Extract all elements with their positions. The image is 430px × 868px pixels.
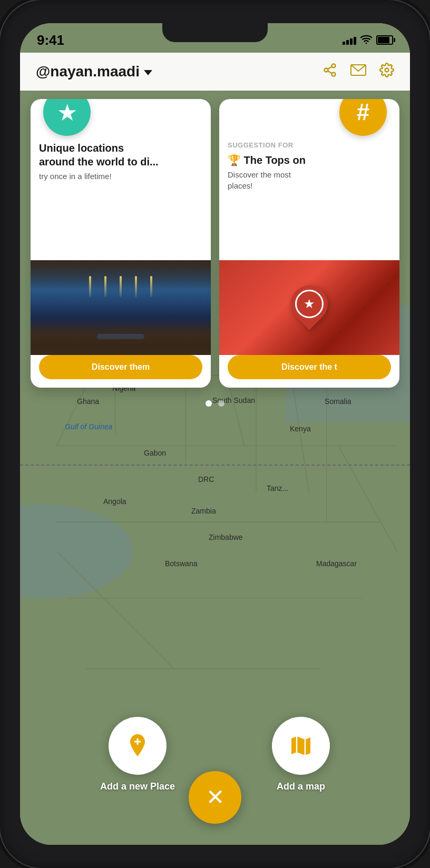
header-actions [322,63,394,81]
dashed-line [20,465,410,466]
card-unique-locations[interactable]: ★ Unique locationsaround the world to di… [31,99,211,388]
star-icon: ★ [57,99,77,126]
signal-bar-2 [346,40,349,45]
pagination-dot-2[interactable] [218,400,224,407]
svg-point-26 [385,68,389,72]
add-map-label: Add a map [277,781,325,792]
discover-tops-button[interactable]: Discover the t [228,355,391,379]
wifi-icon [360,34,372,46]
card-2-title: 🏆 The Tops on [228,153,391,167]
phone-frame: Mali Niger Chad Sudan Yemen BurkinaFaso … [0,0,430,868]
settings-icon[interactable] [379,63,394,81]
username-container[interactable]: @nayan.maadi [36,63,152,80]
svg-point-21 [325,68,328,72]
notch [162,23,268,42]
discover-them-button[interactable]: Discover them [39,355,202,379]
svg-line-24 [328,66,332,69]
card-2-label: SUGGESTION FOR [228,141,391,149]
card-1-title: Unique locationsaround the world to di..… [39,141,202,169]
plus-pin-icon [124,732,151,760]
cards-container: ★ Unique locationsaround the world to di… [20,91,410,396]
svg-line-23 [328,71,332,73]
add-place-action[interactable]: Add a new Place [100,717,175,792]
username: @nayan.maadi [36,63,140,80]
svg-point-20 [332,64,336,67]
battery-icon [376,35,393,45]
svg-point-22 [332,72,336,76]
chevron-down-icon [144,70,152,75]
status-icons [343,34,393,46]
card-top-places[interactable]: # SUGGESTION FOR 🏆 The Tops on Discover … [219,99,399,388]
header: @nayan.maadi [20,53,410,91]
pagination-dot-1[interactable] [206,400,212,407]
card-1-image [31,260,211,355]
card-2-subtitle: Discover the mostplaces! [228,169,391,191]
hash-icon: # [357,99,369,125]
add-map-circle[interactable] [272,717,330,775]
share-icon[interactable] [322,63,337,81]
signal-bar-1 [343,42,345,45]
mail-icon[interactable] [350,63,367,81]
svg-point-19 [366,42,367,43]
phone-screen: Mali Niger Chad Sudan Yemen BurkinaFaso … [20,23,410,845]
add-place-circle[interactable] [109,717,167,775]
add-map-action[interactable]: Add a map [272,717,330,792]
close-icon: ✕ [206,786,224,808]
close-button[interactable]: ✕ [189,771,241,824]
signal-bar-4 [354,37,356,45]
card-2-image: ★ [219,260,399,355]
status-time: 9:41 [37,32,64,48]
add-place-label: Add a new Place [100,781,175,792]
signal-bar-3 [350,38,353,45]
pagination-dots [206,400,224,407]
map-book-icon [287,732,315,760]
card-1-subtitle: try once in a lifetime! [39,171,202,182]
signal-bars [343,35,356,45]
